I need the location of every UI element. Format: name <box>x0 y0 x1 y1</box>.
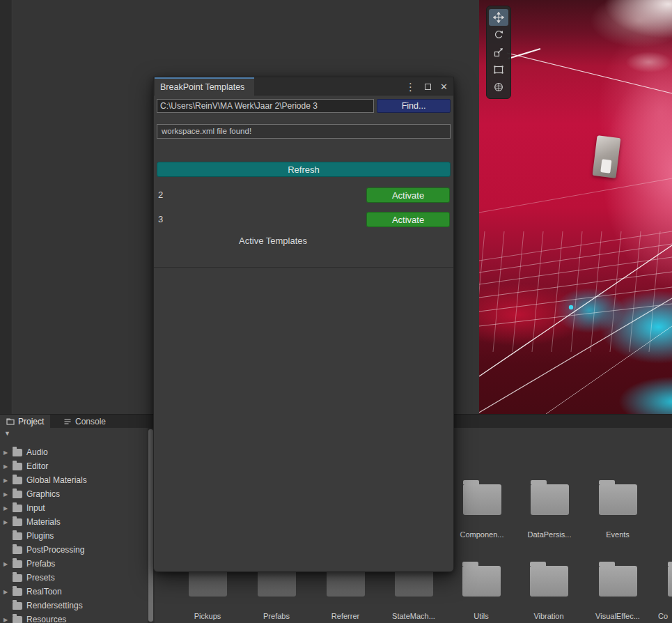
expand-arrow-icon[interactable]: ▶ <box>0 589 10 595</box>
tree-item-audio[interactable]: ▶Audio <box>0 445 148 459</box>
separator <box>154 267 453 268</box>
window-menu-icon[interactable]: ⋮ <box>405 82 416 92</box>
activate-button[interactable]: Activate <box>366 187 450 203</box>
tree-item-postprocessing[interactable]: PostProcessing <box>0 543 148 557</box>
template-row: 2 Activate <box>154 187 453 203</box>
left-gutter <box>0 0 12 414</box>
expand-arrow-icon[interactable]: ▶ <box>0 617 10 623</box>
grid-item-label: Componen... <box>451 530 513 539</box>
path-row: Find... <box>157 99 451 113</box>
tab-console[interactable]: Console <box>57 415 112 429</box>
tab-project[interactable]: Project <box>0 415 50 429</box>
tree-item-label: Plugins <box>26 531 54 541</box>
tree-root-collapse-arrow-icon[interactable]: ▼ <box>4 430 10 437</box>
scale-tool-button[interactable] <box>489 44 508 61</box>
grid-item-label: VisualEffec... <box>586 612 649 620</box>
tree-item-editor[interactable]: ▶Editor <box>0 459 148 473</box>
expand-arrow-icon[interactable]: ▶ <box>0 463 10 470</box>
rect-tool-button[interactable] <box>489 61 508 78</box>
folder-icon <box>599 484 637 515</box>
grid-item-prefabs[interactable]: Prefabs <box>245 566 308 620</box>
refresh-button[interactable]: Refresh <box>157 162 451 177</box>
unity-editor-root: Project Console ▼ ▶Audio ▶Editor ▶Global… <box>0 0 672 623</box>
folder-icon <box>13 477 22 484</box>
expand-arrow-icon[interactable]: ▶ <box>0 477 10 484</box>
tree-item-materials[interactable]: ▶Materials <box>0 515 148 529</box>
workspace-path-input[interactable] <box>157 99 374 113</box>
grid-item-referrer[interactable]: Referrer <box>314 566 377 620</box>
maximize-icon[interactable] <box>425 84 431 90</box>
folder-icon <box>668 566 672 597</box>
folder-icon <box>13 463 22 470</box>
tree-item-label: Resources <box>26 615 66 623</box>
grid-item-visualeffects[interactable]: VisualEffec... <box>586 566 649 620</box>
folder-icon <box>13 560 22 568</box>
folder-icon <box>13 574 22 582</box>
grid-item-clipped[interactable]: Co <box>655 566 672 620</box>
folder-icon <box>599 566 637 597</box>
move-tool-button[interactable] <box>489 9 508 26</box>
tree-item-presets[interactable]: Presets <box>0 571 148 585</box>
tree-item-global-materials[interactable]: ▶Global Materials <box>0 473 148 487</box>
find-button[interactable]: Find... <box>377 99 451 113</box>
breakpoint-templates-window: BreakPoint Templates ⋮ ✕ Find... workspa… <box>153 77 454 572</box>
grid-item-label: Pickups <box>176 612 239 620</box>
expand-arrow-icon[interactable]: ▶ <box>0 505 10 512</box>
scene-tools-toolbar <box>486 6 511 99</box>
folder-icon <box>13 546 22 554</box>
grid-item-label: Events <box>586 530 649 539</box>
tree-item-label: PostProcessing <box>26 545 84 555</box>
transform-tool-button[interactable] <box>489 79 508 95</box>
grid-item-statemachine[interactable]: StateMach... <box>382 566 445 620</box>
tree-item-input[interactable]: ▶Input <box>0 501 148 515</box>
folder-icon <box>13 616 22 623</box>
active-templates-heading: Active Templates <box>123 236 423 246</box>
expand-arrow-icon[interactable]: ▶ <box>0 561 10 567</box>
grid-item-label: Utils <box>450 612 513 620</box>
project-tree-panel: ▼ ▶Audio ▶Editor ▶Global Materials ▶Grap… <box>0 428 148 623</box>
rotate-icon <box>493 29 504 40</box>
activate-button[interactable]: Activate <box>366 212 450 227</box>
tree-item-label: Input <box>26 503 45 513</box>
tree-item-plugins[interactable]: Plugins <box>0 529 148 543</box>
tree-scrollbar-thumb[interactable] <box>148 429 153 622</box>
tree-item-label: Global Materials <box>26 475 87 485</box>
tree-item-label: Graphics <box>26 489 60 499</box>
close-icon[interactable]: ✕ <box>440 82 448 91</box>
template-id: 3 <box>158 214 163 224</box>
expand-arrow-icon[interactable]: ▶ <box>0 519 10 525</box>
grid-item-datapersistence[interactable]: DataPersis... <box>518 484 581 539</box>
project-icon <box>6 417 15 426</box>
window-title-tab[interactable]: BreakPoint Templates <box>155 77 254 95</box>
console-icon <box>63 417 72 426</box>
status-field[interactable]: workspace.xml file found! <box>157 124 451 139</box>
tree-item-graphics[interactable]: ▶Graphics <box>0 487 148 501</box>
grid-item-components[interactable]: Componen... <box>451 484 513 539</box>
grid-item-label: DataPersis... <box>518 530 581 539</box>
expand-arrow-icon[interactable]: ▶ <box>0 491 10 498</box>
tree-item-label: Editor <box>26 461 48 471</box>
folder-icon <box>462 566 501 597</box>
rotate-tool-button[interactable] <box>489 26 508 43</box>
grid-item-events[interactable]: Events <box>586 484 649 539</box>
folder-icon <box>13 505 22 512</box>
move-icon <box>493 12 504 23</box>
grid-item-vibration[interactable]: Vibration <box>517 566 580 620</box>
tree-item-resources[interactable]: ▶Resources <box>0 613 148 623</box>
grid-item-pickups[interactable]: Pickups <box>176 566 239 620</box>
grid-item-label: Co <box>655 612 672 620</box>
tree-item-label: RealToon <box>26 587 62 597</box>
grid-item-utils[interactable]: Utils <box>450 566 513 620</box>
tab-project-label: Project <box>18 417 44 426</box>
tree-item-prefabs[interactable]: ▶Prefabs <box>0 557 148 571</box>
folder-icon <box>530 566 568 597</box>
tab-console-label: Console <box>75 417 106 426</box>
window-titlebar[interactable]: BreakPoint Templates ⋮ ✕ <box>154 77 453 95</box>
grid-item-label: Referrer <box>314 612 377 620</box>
transform-icon <box>493 82 504 93</box>
tree-item-rendersettings[interactable]: Rendersettings <box>0 599 148 613</box>
tree-item-realtoon[interactable]: ▶RealToon <box>0 585 148 599</box>
window-title: BreakPoint Templates <box>160 82 244 92</box>
template-row: 3 Activate <box>154 212 453 227</box>
expand-arrow-icon[interactable]: ▶ <box>0 449 10 456</box>
